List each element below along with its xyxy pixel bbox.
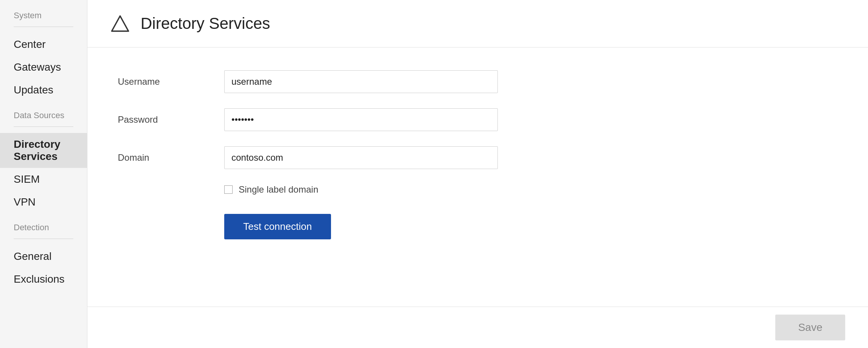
domain-row: Domain [118, 146, 838, 169]
system-divider [14, 27, 73, 27]
sidebar-item-center[interactable]: Center [0, 33, 87, 56]
system-section-label: System [0, 11, 87, 25]
sidebar-item-siem[interactable]: SIEM [0, 168, 87, 191]
datasources-divider [14, 127, 73, 127]
username-row: Username [118, 70, 838, 93]
spacer-1 [0, 101, 87, 111]
username-label: Username [118, 76, 224, 87]
sidebar-item-directory-services[interactable]: Directory Services [0, 133, 87, 168]
app-container: System Center Gateways Updates Data Sour… [0, 0, 868, 348]
form-area: Username Password Domain Single label do… [87, 47, 868, 307]
password-label: Password [118, 114, 224, 125]
detection-divider [14, 239, 73, 239]
save-button[interactable]: Save [775, 315, 845, 340]
sidebar-item-exclusions[interactable]: Exclusions [0, 268, 87, 291]
password-input[interactable] [224, 108, 498, 131]
svg-marker-0 [112, 16, 128, 31]
sidebar: System Center Gateways Updates Data Sour… [0, 0, 87, 348]
page-header: Directory Services [87, 0, 868, 47]
spacer-2 [0, 214, 87, 223]
single-label-domain-label: Single label domain [239, 184, 318, 195]
username-input[interactable] [224, 70, 498, 93]
bottom-bar: Save [87, 307, 868, 348]
sidebar-item-general[interactable]: General [0, 245, 87, 268]
sidebar-item-gateways[interactable]: Gateways [0, 56, 87, 79]
test-connection-button[interactable]: Test connection [224, 214, 331, 239]
domain-label: Domain [118, 152, 224, 163]
password-row: Password [118, 108, 838, 131]
main-content: Directory Services Username Password Dom… [87, 0, 868, 348]
detection-section-label: Detection [0, 223, 87, 237]
sidebar-item-vpn[interactable]: VPN [0, 191, 87, 214]
datasources-section-label: Data Sources [0, 111, 87, 125]
single-label-domain-row: Single label domain [224, 184, 838, 195]
domain-input[interactable] [224, 146, 498, 169]
page-title: Directory Services [141, 14, 270, 33]
triangle-svg [111, 14, 129, 33]
warning-triangle-icon [110, 14, 130, 33]
single-label-domain-checkbox[interactable] [224, 185, 233, 194]
sidebar-item-updates[interactable]: Updates [0, 79, 87, 101]
